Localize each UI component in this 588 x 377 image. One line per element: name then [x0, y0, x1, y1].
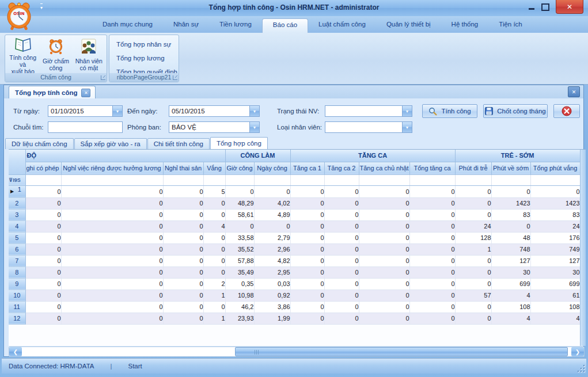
grid-cell[interactable]: 4 [530, 313, 580, 324]
grid-cell[interactable]: 0 [359, 197, 409, 209]
grid-cell[interactable]: 0 [455, 197, 491, 209]
grid-cell[interactable]: 0 [25, 290, 61, 301]
row-indicator[interactable]: 8 [9, 266, 25, 278]
grid-cell[interactable]: 0 [359, 232, 409, 243]
grid-cell[interactable]: 0 [455, 185, 491, 197]
grid-cell[interactable]: 1 [203, 290, 225, 301]
grid-cell[interactable]: 0 [324, 243, 359, 255]
grid-band-header[interactable]: ĐỘ [25, 150, 225, 162]
grid-cell[interactable]: 108 [491, 301, 530, 313]
scroll-left-icon[interactable]: ❮ [9, 347, 22, 356]
grid-cell[interactable]: 0 [359, 209, 409, 220]
grid-cell[interactable]: 2,79 [254, 232, 290, 243]
row-indicator[interactable]: 10 [9, 290, 25, 301]
grid-cell[interactable]: 1 [455, 243, 491, 255]
grid-cell[interactable]: 128 [455, 232, 491, 243]
grid-cell[interactable]: 0 [359, 301, 409, 313]
grid-cell[interactable]: 0 [254, 220, 290, 232]
grid-column-header[interactable]: Tổng tăng ca [409, 162, 455, 174]
grid-cell[interactable]: 0 [409, 290, 455, 301]
grid-cell[interactable]: 0 [324, 185, 359, 197]
grid-cell[interactable]: 0 [409, 232, 455, 243]
tinh-cong-xuat-bao-cao-button[interactable]: Tính công và xuất báo cáo [6, 36, 39, 73]
grid-cell[interactable]: 0 [409, 266, 455, 278]
grid-cell[interactable]: 0 [455, 313, 491, 324]
grid-cell[interactable]: 0 [409, 185, 455, 197]
grid-cell[interactable]: 0 [290, 301, 324, 313]
grid-cell[interactable]: 0 [25, 278, 61, 290]
resize-grip-icon[interactable] [578, 365, 585, 372]
grid-cell[interactable]: 0 [225, 185, 254, 197]
grid-cell[interactable]: 0 [409, 243, 455, 255]
filter-cell[interactable] [25, 174, 61, 185]
grid-cell[interactable]: 0 [359, 290, 409, 301]
grid-cell[interactable]: 0 [409, 197, 455, 209]
grid-cell[interactable]: 57 [455, 290, 491, 301]
grid-cell[interactable]: 0 [491, 220, 530, 232]
grid-tab-tổng-hợp-công[interactable]: Tổng hợp công [210, 137, 268, 149]
grid-cell[interactable]: 0 [290, 243, 324, 255]
grid-cell[interactable]: 0,92 [254, 290, 290, 301]
grid-cell[interactable]: 699 [530, 278, 580, 290]
grid-cell[interactable]: 48,29 [225, 197, 254, 209]
grid-cell[interactable]: 0,35 [225, 278, 254, 290]
grid-cell[interactable]: 57,88 [225, 255, 254, 266]
grid-cell[interactable]: 0 [25, 220, 61, 232]
grid-column-header[interactable]: Tăng ca 2 [324, 162, 359, 174]
grid-cell[interactable]: 83 [530, 209, 580, 220]
grid-column-header[interactable]: Tăng ca 1 [290, 162, 324, 174]
gio-cham-cong-button[interactable]: Giờ chấm công [39, 36, 72, 73]
grid-cell[interactable]: 0 [25, 232, 61, 243]
grid-column-header[interactable]: Ngày công [254, 162, 290, 174]
grid-cell[interactable]: 0 [455, 278, 491, 290]
tab-close-icon[interactable]: ✕ [81, 89, 90, 97]
grid-cell[interactable]: 0 [324, 313, 359, 324]
grid-cell[interactable]: 0 [163, 232, 203, 243]
grid-cell[interactable]: 0 [359, 255, 409, 266]
grid-cell[interactable]: 0 [290, 232, 324, 243]
grid-cell[interactable]: 2,96 [254, 243, 290, 255]
grid-cell[interactable]: 0 [409, 301, 455, 313]
grid-cell[interactable]: 0 [163, 255, 203, 266]
grid-cell[interactable]: 0 [254, 185, 290, 197]
grid-cell[interactable]: 0 [61, 255, 163, 266]
grid-cell[interactable]: 4 [491, 313, 530, 324]
grid-tab-chi-tiết-tính-công[interactable]: Chi tiết tính công [147, 138, 210, 149]
row-indicator[interactable]: 2 [9, 197, 25, 209]
grid-cell[interactable]: 24 [455, 220, 491, 232]
grid-cell[interactable]: 699 [491, 278, 530, 290]
grid-cell[interactable]: 0 [25, 209, 61, 220]
grid-cell[interactable]: 4,89 [254, 209, 290, 220]
grid-cell[interactable]: 0 [163, 209, 203, 220]
tu-ngay-date-picker[interactable]: 01/10/2015 ▼ [48, 105, 123, 117]
chuoi-tim-input[interactable] [48, 121, 123, 133]
row-indicator[interactable]: 12 [9, 313, 25, 324]
grid-cell[interactable]: 0 [163, 185, 203, 197]
grid-cell[interactable]: 0 [455, 301, 491, 313]
grid-cell[interactable]: 0 [25, 255, 61, 266]
grid-cell[interactable]: 0 [61, 301, 163, 313]
filter-cell[interactable] [491, 174, 530, 185]
grid-cell[interactable]: 0 [324, 232, 359, 243]
grid-cell[interactable]: 0 [61, 185, 163, 197]
grid-cell[interactable]: 127 [530, 255, 580, 266]
grid-cell[interactable]: 2 [203, 278, 225, 290]
grid-column-header[interactable]: ghi có phép [25, 162, 61, 174]
ribbon-tab-quản-lý-thiết-bị[interactable]: Quản lý thiết bị [376, 18, 441, 33]
ribbon-tab-tiện-ích[interactable]: Tiện ích [488, 18, 532, 33]
grid-cell[interactable]: 0 [163, 197, 203, 209]
chot-cong-thang-button[interactable]: Chốt công tháng [483, 104, 548, 118]
close-button[interactable]: ✕ [556, 0, 583, 14]
filter-cell[interactable] [163, 174, 203, 185]
grid-cell[interactable]: 0 [359, 278, 409, 290]
row-indicator[interactable]: 3 [9, 209, 25, 220]
filter-cell[interactable] [254, 174, 290, 185]
grid-column-header[interactable]: Giờ công [225, 162, 254, 174]
grid-cell[interactable]: 0 [409, 278, 455, 290]
grid-cell[interactable]: 4 [491, 290, 530, 301]
grid-column-header[interactable]: Vắng [203, 162, 225, 174]
title-bar[interactable]: ▾ Tổng hợp tính công - Osin HRM.NET - ad… [0, 0, 588, 16]
grid-band-header[interactable]: CÔNG LÀM [225, 150, 290, 162]
grid-cell[interactable]: 24 [530, 220, 580, 232]
row-indicator[interactable]: 9 [9, 278, 25, 290]
